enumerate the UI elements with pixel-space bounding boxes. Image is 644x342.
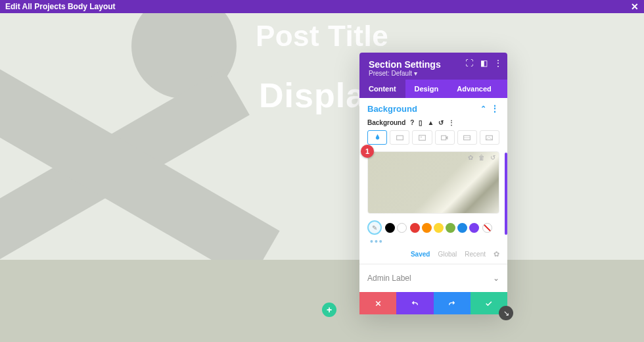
svg-point-2 <box>421 136 422 137</box>
palette-settings-icon[interactable]: ✿ <box>494 250 499 258</box>
hero-line1: Post Title <box>256 20 388 53</box>
swatch-transparent[interactable] <box>482 223 492 233</box>
section-settings-panel: Section Settings Preset: Default ▾ ⛶ ◧ ⋮… <box>359 53 507 314</box>
step-badge: 1 <box>361 145 374 158</box>
bg-tab-gradient[interactable] <box>390 130 409 145</box>
tab-content[interactable]: Content <box>359 80 405 98</box>
palette-tab-global[interactable]: Global <box>438 251 457 258</box>
bg-tab-image[interactable] <box>412 130 432 145</box>
swatch-blue[interactable] <box>457 223 467 233</box>
bg-tab-video[interactable] <box>435 130 455 145</box>
cancel-button[interactable] <box>359 292 396 314</box>
chevron-down-icon: ⌄ <box>493 274 499 283</box>
svg-rect-1 <box>419 135 426 140</box>
panel-tabs: Content Design Advanced <box>359 80 507 98</box>
close-editor-icon[interactable]: ✕ <box>631 1 639 12</box>
background-option-label: Background <box>367 119 405 126</box>
swatch-yellow[interactable] <box>434 223 444 233</box>
bg-tab-mask[interactable] <box>480 130 499 145</box>
palette-tabs: Saved Global Recent ✿ <box>367 250 499 258</box>
svg-rect-0 <box>396 135 403 140</box>
panel-footer <box>359 292 507 314</box>
background-preview: 1 ✿ 🗑 ↺ <box>367 151 499 214</box>
more-swatches-icon[interactable]: ••• <box>367 236 499 247</box>
kebab-menu-icon[interactable]: ⋮ <box>494 59 502 67</box>
swatch-purple[interactable] <box>469 223 479 233</box>
swatch-black[interactable] <box>385 223 395 233</box>
collapse-icon[interactable]: ⌃ <box>480 105 486 113</box>
preset-label[interactable]: Preset: Default ▾ <box>369 70 498 77</box>
preview-reset-icon[interactable]: ↺ <box>490 154 495 161</box>
drag-resize-handle[interactable]: ↘ <box>499 306 513 320</box>
page-canvas[interactable]: Post Title Display <box>0 13 644 260</box>
responsive-icon[interactable]: ▯ <box>419 119 423 126</box>
section-menu-icon[interactable]: ⋮ <box>490 103 499 114</box>
undo-button[interactable] <box>396 292 433 314</box>
eyedropper-button[interactable]: ✎ <box>367 220 382 235</box>
expand-icon[interactable]: ⛶ <box>465 59 473 67</box>
panel-scrollbar[interactable] <box>505 153 507 235</box>
tab-advanced[interactable]: Advanced <box>448 80 501 98</box>
lower-section[interactable] <box>0 260 644 342</box>
reset-icon[interactable]: ↺ <box>438 119 444 126</box>
editor-topbar: Edit All Projects Body Layout ✕ <box>0 0 644 13</box>
bg-tab-pattern[interactable] <box>457 130 477 145</box>
palette-tab-recent[interactable]: Recent <box>465 251 486 258</box>
tab-design[interactable]: Design <box>405 80 448 98</box>
background-option-row: Background ? ▯ ▲ ↺ ⋮ <box>367 119 499 126</box>
add-section-button[interactable]: + <box>322 303 336 317</box>
panel-header[interactable]: Section Settings Preset: Default ▾ ⛶ ◧ ⋮ <box>359 53 507 80</box>
background-heading[interactable]: Background ⌃ ⋮ <box>367 103 499 114</box>
background-section: Background ⌃ ⋮ Background ? ▯ ▲ ↺ ⋮ 1 ✿ … <box>359 98 507 264</box>
palette-tab-saved[interactable]: Saved <box>411 251 430 258</box>
redo-button[interactable] <box>434 292 471 314</box>
snap-icon[interactable]: ◧ <box>480 59 488 67</box>
preview-settings-icon[interactable]: ✿ <box>468 154 473 161</box>
svg-rect-3 <box>442 135 446 140</box>
swatch-orange[interactable] <box>422 223 432 233</box>
option-menu-icon[interactable]: ⋮ <box>448 119 455 126</box>
swatch-white[interactable] <box>397 223 407 233</box>
bg-tab-color[interactable] <box>367 130 387 145</box>
help-icon[interactable]: ? <box>410 119 414 126</box>
swatch-red[interactable] <box>410 223 420 233</box>
admin-label-section[interactable]: Admin Label ⌄ <box>359 264 507 292</box>
topbar-title: Edit All Projects Body Layout <box>5 2 116 11</box>
admin-label-text: Admin Label <box>367 274 411 283</box>
swatch-green[interactable] <box>446 223 455 233</box>
background-type-tabs <box>367 130 499 145</box>
preview-delete-icon[interactable]: 🗑 <box>478 154 485 161</box>
color-swatch-row: ✎ <box>367 220 499 235</box>
hover-icon[interactable]: ▲ <box>427 119 434 126</box>
